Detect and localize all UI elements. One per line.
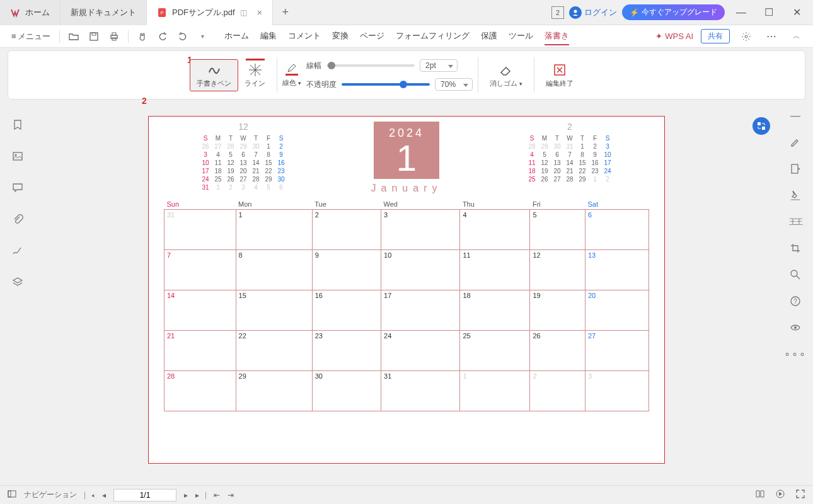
end-edit-label: 編集終了 bbox=[546, 79, 574, 88]
add-tab-button[interactable]: + bbox=[273, 6, 298, 19]
opacity-slider[interactable] bbox=[342, 83, 430, 86]
play-icon[interactable] bbox=[775, 489, 785, 501]
layers-icon[interactable] bbox=[11, 276, 24, 289]
minimize-button[interactable]: — bbox=[730, 4, 752, 21]
pdf-icon: P bbox=[157, 8, 167, 18]
nav-toggle-icon[interactable] bbox=[8, 490, 16, 500]
svg-text:P: P bbox=[161, 11, 164, 15]
hand-icon[interactable] bbox=[134, 28, 151, 45]
chevron-down-icon[interactable]: ▾ bbox=[194, 28, 212, 45]
bookmark-icon[interactable] bbox=[11, 118, 24, 131]
print-icon[interactable] bbox=[105, 28, 123, 45]
line-width-dropdown[interactable]: 2pt bbox=[420, 59, 458, 72]
separator bbox=[277, 57, 277, 93]
upgrade-button[interactable]: ⚡ 今すぐアップグレード bbox=[622, 4, 725, 20]
eye-icon[interactable] bbox=[789, 321, 802, 334]
eraser-icon bbox=[499, 62, 514, 77]
back-icon[interactable]: ⇤ bbox=[214, 491, 220, 500]
search-icon[interactable] bbox=[789, 268, 802, 281]
line-tool[interactable]: ライン bbox=[238, 60, 272, 91]
pdf-page: 12 SMTWTFS262728293012345678910111213141… bbox=[148, 116, 665, 464]
edit-icon[interactable] bbox=[789, 136, 802, 149]
more-icon[interactable]: ∘∘∘ bbox=[789, 348, 802, 360]
close-icon[interactable]: × bbox=[257, 8, 262, 18]
tab-form[interactable]: フォームフィリング bbox=[396, 28, 470, 45]
undo-icon[interactable] bbox=[154, 28, 171, 45]
tab-page[interactable]: ページ bbox=[360, 28, 384, 45]
open-icon[interactable] bbox=[65, 28, 83, 45]
signature-icon[interactable] bbox=[11, 244, 24, 257]
tab-new-doc[interactable]: 新規ドキュメント bbox=[61, 0, 147, 25]
tab-active-pdf[interactable]: P PDFサンプル.pdf ◫ × bbox=[147, 0, 273, 25]
reading-mode-icon[interactable] bbox=[755, 489, 765, 501]
mini-calendar-prev: 12 SMTWTFS262728293012345678910111213141… bbox=[199, 122, 287, 194]
forward-icon[interactable]: ⇥ bbox=[228, 491, 234, 500]
svg-point-13 bbox=[791, 270, 797, 277]
fullscreen-icon[interactable] bbox=[795, 489, 805, 501]
separator bbox=[128, 30, 129, 43]
tab-edit[interactable]: 編集 bbox=[260, 28, 277, 45]
more-icon[interactable]: ⋯ bbox=[763, 28, 780, 45]
separator bbox=[59, 30, 60, 43]
crop-icon[interactable] bbox=[789, 242, 802, 255]
gear-icon[interactable] bbox=[737, 28, 755, 45]
right-sidebar: — 王王 ? ∘∘∘ bbox=[778, 100, 813, 485]
image-icon[interactable] bbox=[11, 150, 24, 163]
svg-rect-12 bbox=[792, 164, 798, 173]
next-page-icon[interactable]: ▸ bbox=[184, 491, 188, 500]
svg-rect-10 bbox=[13, 152, 22, 160]
avatar-icon bbox=[569, 6, 582, 19]
collapse-icon[interactable]: — bbox=[789, 110, 802, 122]
share-button[interactable]: 共有 bbox=[701, 29, 730, 43]
tab-comment[interactable]: コメント bbox=[288, 28, 321, 45]
pen-tool[interactable]: 手書きペン bbox=[190, 59, 238, 91]
notification-badge[interactable]: 2 bbox=[551, 6, 564, 19]
line-width-label: 線幅 bbox=[306, 60, 321, 71]
line-label: ライン bbox=[245, 79, 265, 88]
export-icon[interactable] bbox=[789, 163, 802, 175]
line-color-picker[interactable]: 線色 ▾ bbox=[282, 63, 301, 88]
svg-point-16 bbox=[794, 326, 797, 329]
attachment-icon[interactable] bbox=[11, 213, 24, 226]
convert-float-button[interactable] bbox=[752, 117, 770, 135]
last-page-icon[interactable]: ▸⎹ bbox=[195, 491, 206, 500]
eraser-tool[interactable]: 消しゴム ▾ bbox=[483, 60, 529, 91]
chevron-down-icon: ▾ bbox=[298, 80, 301, 86]
maximize-button[interactable]: ☐ bbox=[758, 4, 780, 21]
wps-ai-button[interactable]: ✦ WPS AI bbox=[655, 32, 693, 41]
opacity-dropdown[interactable]: 70% bbox=[435, 78, 473, 91]
comment-icon[interactable] bbox=[11, 181, 24, 194]
chevron-down-icon: ▾ bbox=[519, 81, 522, 87]
wps-logo-icon bbox=[10, 8, 20, 18]
login-button[interactable]: ログイン bbox=[569, 6, 617, 19]
highlight-icon[interactable] bbox=[789, 189, 802, 202]
menubar: ≡ メニュー ▾ ホーム 編集 コメント 変換 ページ フォームフィリング 保護… bbox=[0, 25, 813, 48]
separator bbox=[534, 57, 534, 93]
month-number: 1 bbox=[389, 140, 424, 176]
redo-icon[interactable] bbox=[174, 28, 192, 45]
tab-tool[interactable]: ツール bbox=[509, 28, 533, 45]
svg-point-8 bbox=[745, 35, 747, 38]
tab-convert[interactable]: 変換 bbox=[332, 28, 349, 45]
prev-page-icon[interactable]: ◂ bbox=[102, 491, 106, 500]
tab-split-icon[interactable]: ◫ bbox=[240, 8, 247, 17]
close-window-button[interactable]: ✕ bbox=[785, 4, 808, 21]
document-canvas[interactable]: 2 12 SMTWTFS2627282930123456789101112131… bbox=[35, 100, 778, 485]
tab-home[interactable]: ホーム bbox=[0, 0, 61, 25]
nav-label[interactable]: ナビゲーション bbox=[24, 490, 77, 500]
help-icon[interactable]: ? bbox=[789, 295, 802, 307]
first-page-icon[interactable]: ⎸◂ bbox=[84, 491, 95, 500]
line-width-slider[interactable] bbox=[326, 64, 415, 67]
tab-sketch[interactable]: 落書き bbox=[545, 28, 569, 45]
end-edit-button[interactable]: 編集終了 bbox=[539, 60, 580, 91]
active-indicator bbox=[246, 59, 265, 60]
tab-new-label: 新規ドキュメント bbox=[71, 7, 136, 18]
page-input[interactable] bbox=[113, 489, 176, 501]
tab-home[interactable]: ホーム bbox=[224, 28, 249, 45]
collapse-ribbon-icon[interactable]: ︿ bbox=[788, 28, 805, 45]
text-icon[interactable]: 王王 bbox=[789, 215, 802, 228]
annotation-2: 2 bbox=[142, 96, 147, 106]
menu-button[interactable]: ≡ メニュー bbox=[8, 31, 54, 42]
save-icon[interactable] bbox=[85, 28, 103, 45]
tab-protect[interactable]: 保護 bbox=[481, 28, 497, 45]
